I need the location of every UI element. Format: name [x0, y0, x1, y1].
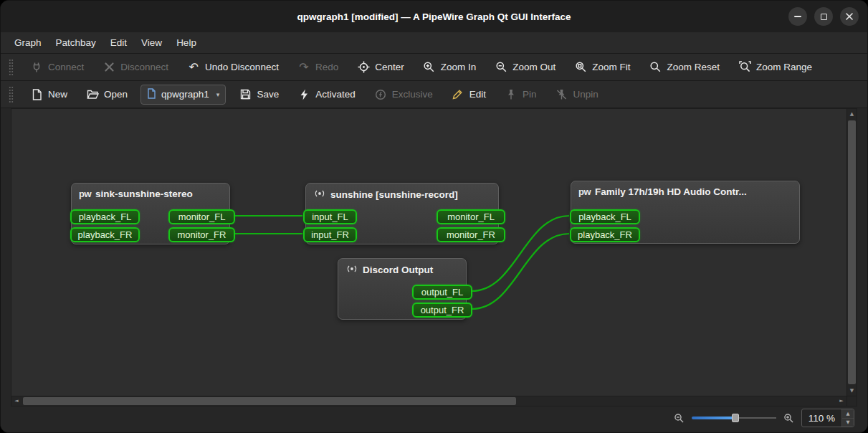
titlebar[interactable]: qpwgraph1 [modified] — A PipeWire Graph … [1, 1, 867, 32]
node-sink-sunshine-stereo[interactable]: pw sink-sunshine-stereo playback_FL play… [71, 183, 230, 244]
patchbay-select-value: qpwgraph1 [161, 89, 209, 100]
output-port[interactable]: output_FL [412, 285, 472, 300]
pipewire-icon: pw [79, 189, 91, 199]
node-discord-output[interactable]: Discord Output output_FL output_FR [338, 258, 467, 320]
save-label: Save [257, 89, 279, 100]
connection-wires [11, 109, 846, 396]
exclusive-icon [374, 88, 387, 101]
node-title: sink-sunshine-stereo [95, 189, 193, 199]
input-port[interactable]: input_FR [303, 227, 357, 242]
output-port[interactable]: monitor_FR [168, 227, 235, 242]
scroll-down-button[interactable]: ▼ [847, 386, 857, 396]
input-port[interactable]: playback_FL [570, 209, 640, 224]
toolbar-drag-handle[interactable] [9, 59, 14, 76]
chevron-down-icon: ▾ [216, 91, 220, 98]
patchbay-select[interactable]: qpwgraph1 ▾ [140, 85, 226, 105]
input-port[interactable]: playback_FR [70, 227, 140, 242]
zoom-fit-button[interactable]: Zoom Fit [568, 57, 636, 77]
connection-wire[interactable] [472, 234, 569, 309]
pin-icon [505, 88, 518, 101]
zoom-out-icon[interactable] [674, 413, 685, 424]
node-family-hd-audio[interactable]: pw Family 17h/19h HD Audio Contr... play… [571, 181, 800, 244]
graph-view: pw sink-sunshine-stereo playback_FL play… [11, 108, 857, 406]
pin-button[interactable]: Pin [499, 85, 543, 105]
menu-view[interactable]: View [135, 34, 168, 51]
zoom-in-icon [423, 61, 436, 74]
disconnect-label: Disconnect [120, 62, 168, 72]
maximize-button[interactable] [814, 7, 833, 26]
edit-button[interactable]: Edit [446, 85, 492, 105]
zoom-reset-button[interactable]: Zoom Reset [644, 57, 726, 77]
zoom-out-icon [495, 61, 507, 74]
center-icon [357, 61, 370, 74]
zoom-range-label: Zoom Range [756, 62, 812, 72]
scroll-up-button[interactable]: ▲ [847, 109, 857, 119]
output-port[interactable]: monitor_FR [437, 227, 505, 242]
zoom-slider[interactable] [692, 413, 776, 423]
scroll-right-button[interactable]: ► [836, 396, 846, 406]
input-port[interactable]: playback_FR [570, 227, 640, 242]
undo-button[interactable]: ↶ Undo Disconnect [181, 57, 285, 77]
center-label: Center [375, 62, 404, 72]
graph-toolbar: Connect Disconnect ↶ Undo Disconnect ↷ R… [1, 54, 867, 81]
open-label: Open [104, 89, 128, 100]
center-button[interactable]: Center [351, 57, 410, 77]
horizontal-scroll-thumb[interactable] [23, 397, 516, 405]
save-button[interactable]: Save [233, 85, 285, 105]
unpin-button[interactable]: Unpin [550, 85, 604, 105]
output-port[interactable]: monitor_FL [168, 209, 235, 224]
graph-canvas[interactable]: pw sink-sunshine-stereo playback_FL play… [11, 109, 846, 396]
zoom-range-button[interactable]: Zoom Range [733, 57, 818, 77]
zoom-range-icon [738, 61, 751, 74]
menu-help[interactable]: Help [170, 34, 203, 51]
input-port[interactable]: playback_FL [70, 209, 140, 224]
open-button[interactable]: Open [80, 85, 133, 105]
app-window: qpwgraph1 [modified] — A PipeWire Graph … [0, 0, 868, 433]
minimize-button[interactable] [788, 7, 807, 26]
output-port[interactable]: output_FR [412, 303, 472, 318]
new-button[interactable]: New [24, 85, 73, 105]
window-title: qpwgraph1 [modified] — A PipeWire Graph … [297, 11, 571, 22]
node-title: sunshine [sunshine-record] [330, 189, 458, 200]
zoom-slider-handle[interactable] [732, 414, 739, 422]
window-controls [788, 7, 859, 26]
patchbay-file-icon [147, 88, 156, 101]
spin-arrows: ▲ ▼ [841, 409, 854, 427]
output-port[interactable]: monitor_FL [437, 209, 505, 224]
zoom-spinbox[interactable]: 110 % ▲ ▼ [801, 409, 854, 427]
vertical-scroll-thumb[interactable] [848, 120, 856, 384]
menu-patchbay[interactable]: Patchbay [49, 34, 102, 51]
activated-toggle[interactable]: Activated [292, 85, 361, 105]
zoom-reset-icon [649, 61, 662, 74]
spin-up-button[interactable]: ▲ [842, 409, 854, 419]
redo-button[interactable]: ↷ Redo [292, 57, 344, 77]
zoom-in-icon[interactable] [783, 413, 794, 424]
activated-label: Activated [315, 89, 356, 100]
node-header: pw Family 17h/19h HD Audio Contr... [571, 181, 799, 202]
zoom-in-button[interactable]: Zoom In [417, 57, 482, 77]
audio-node-icon [313, 189, 326, 201]
connect-button[interactable]: Connect [24, 57, 90, 77]
node-sunshine[interactable]: sunshine [sunshine-record] input_FL inpu… [305, 183, 499, 244]
undo-icon: ↶ [187, 61, 200, 74]
vertical-scrollbar[interactable]: ▲ ▼ [846, 109, 857, 396]
menu-graph[interactable]: Graph [8, 34, 48, 51]
connect-icon [30, 61, 43, 74]
close-button[interactable] [840, 7, 859, 26]
scrollbar-corner [846, 396, 857, 406]
disconnect-button[interactable]: Disconnect [97, 57, 174, 77]
input-port[interactable]: input_FL [303, 209, 357, 224]
exclusive-toggle[interactable]: Exclusive [368, 85, 439, 105]
horizontal-scrollbar[interactable]: ◄ ► [11, 396, 846, 406]
close-icon [846, 13, 853, 20]
zoom-out-button[interactable]: Zoom Out [489, 57, 561, 77]
toolbar-drag-handle[interactable] [9, 86, 14, 103]
scroll-left-button[interactable]: ◄ [11, 396, 22, 406]
zoom-out-label: Zoom Out [512, 62, 555, 72]
zoom-slider-track [736, 417, 776, 419]
redo-label: Redo [315, 62, 338, 72]
menu-edit[interactable]: Edit [104, 34, 133, 51]
minimize-icon [794, 16, 801, 17]
maximize-icon [821, 14, 827, 20]
spin-down-button[interactable]: ▼ [842, 419, 854, 427]
